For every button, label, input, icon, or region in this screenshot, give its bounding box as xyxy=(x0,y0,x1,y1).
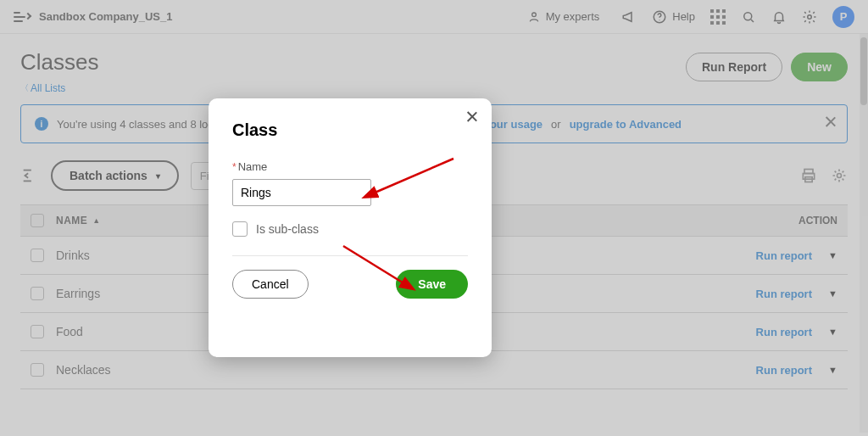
class-name-input[interactable] xyxy=(232,179,371,206)
cancel-button[interactable]: Cancel xyxy=(232,270,309,299)
modal-title: Class xyxy=(232,120,468,140)
name-label: *Name xyxy=(232,160,267,173)
is-sub-class-checkbox[interactable] xyxy=(232,221,248,237)
class-modal: Class *Name Is sub-class Cancel Save xyxy=(209,98,492,357)
modal-close-icon[interactable] xyxy=(465,110,478,123)
is-sub-class-row[interactable]: Is sub-class xyxy=(232,221,468,237)
divider xyxy=(232,255,468,256)
save-button[interactable]: Save xyxy=(396,270,468,299)
